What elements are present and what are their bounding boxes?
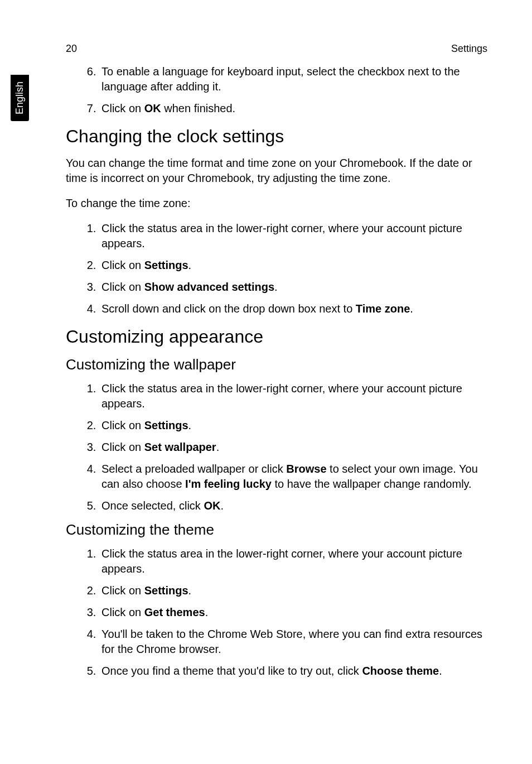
subheading-wallpaper: Customizing the wallpaper (66, 356, 487, 373)
list-item-text: You'll be taken to the Chrome Web Store,… (101, 628, 482, 655)
list-item: Click the status area in the lower-right… (99, 546, 487, 576)
bold-text: Get themes (144, 606, 205, 618)
continued-list: To enable a language for keyboard input,… (66, 64, 487, 116)
list-item-text: Scroll down and click on the drop down b… (101, 302, 356, 315)
bold-text: Browse (286, 463, 326, 475)
list-item-text: Click the status area in the lower-right… (101, 382, 462, 410)
page-number: 20 (66, 43, 77, 55)
list-item-text: to have the wallpaper change randomly. (272, 478, 472, 490)
clock-list: Click the status area in the lower-right… (66, 221, 487, 316)
list-item-text: Click the status area in the lower-right… (101, 547, 462, 575)
list-item: You'll be taken to the Chrome Web Store,… (99, 627, 487, 657)
list-item: Click on Settings. (99, 583, 487, 598)
list-item-text: To enable a language for keyboard input,… (101, 65, 460, 93)
list-item-text: Click on (101, 584, 144, 597)
list-item-text: Click on (101, 281, 144, 293)
page-content: To enable a language for keyboard input,… (66, 64, 487, 685)
list-item: Click on Settings. (99, 418, 487, 433)
list-item-text: Click the status area in the lower-right… (101, 222, 462, 249)
list-item: To enable a language for keyboard input,… (99, 64, 487, 94)
list-item-text: Click on (101, 441, 144, 453)
list-item-text: . (188, 419, 192, 431)
wallpaper-list: Click the status area in the lower-right… (66, 381, 487, 513)
bold-text: Settings (144, 584, 188, 597)
heading-appearance: Customizing appearance (66, 326, 487, 347)
bold-text: Settings (144, 259, 188, 271)
list-item: Click on Get themes. (99, 605, 487, 620)
list-item: Click on Set wallpaper. (99, 440, 487, 455)
list-item-text: . (205, 606, 209, 618)
list-item: Select a preloaded wallpaper or click Br… (99, 462, 487, 492)
list-item-text: . (188, 584, 192, 597)
bold-text: Time zone (356, 302, 410, 315)
list-item: Click on Show advanced settings. (99, 280, 487, 295)
list-item-text: when finished. (161, 102, 235, 114)
list-item-text: . (188, 259, 192, 271)
bold-text: OK (144, 102, 161, 114)
list-item-text: Once you find a theme that you'd like to… (101, 665, 362, 677)
bold-text: Set wallpaper (144, 441, 216, 453)
page-header: 20 Settings (66, 43, 487, 55)
list-item-text: Click on (101, 606, 144, 618)
list-item-text: Select a preloaded wallpaper or click (101, 463, 286, 475)
list-item: Click the status area in the lower-right… (99, 381, 487, 411)
language-tab-text: English (14, 81, 25, 114)
list-item: Click the status area in the lower-right… (99, 221, 487, 251)
list-item: Click on OK when finished. (99, 101, 487, 116)
bold-text: Show advanced settings (144, 281, 274, 293)
list-item-text: . (439, 665, 442, 677)
paragraph: To change the time zone: (66, 196, 487, 211)
list-item-text: . (410, 302, 413, 315)
list-item-text: Click on (101, 102, 144, 114)
list-item-text: . (220, 499, 224, 512)
paragraph: You can change the time format and time … (66, 156, 487, 186)
bold-text: Choose theme (362, 665, 439, 677)
list-item-text: . (216, 441, 220, 453)
list-item-text: . (274, 281, 278, 293)
list-item-text: Click on (101, 419, 144, 431)
list-item-text: Click on (101, 259, 144, 271)
heading-clock: Changing the clock settings (66, 126, 487, 147)
list-item: Once you find a theme that you'd like to… (99, 664, 487, 679)
list-item-text: Once selected, click (101, 499, 204, 512)
bold-text: Settings (144, 419, 188, 431)
language-tab: English (11, 75, 29, 121)
subheading-theme: Customizing the theme (66, 521, 487, 539)
bold-text: I'm feeling lucky (185, 478, 272, 490)
theme-list: Click the status area in the lower-right… (66, 546, 487, 679)
list-item: Scroll down and click on the drop down b… (99, 301, 487, 316)
bold-text: OK (204, 499, 220, 512)
list-item: Once selected, click OK. (99, 498, 487, 513)
list-item: Click on Settings. (99, 258, 487, 273)
section-title: Settings (451, 43, 487, 55)
